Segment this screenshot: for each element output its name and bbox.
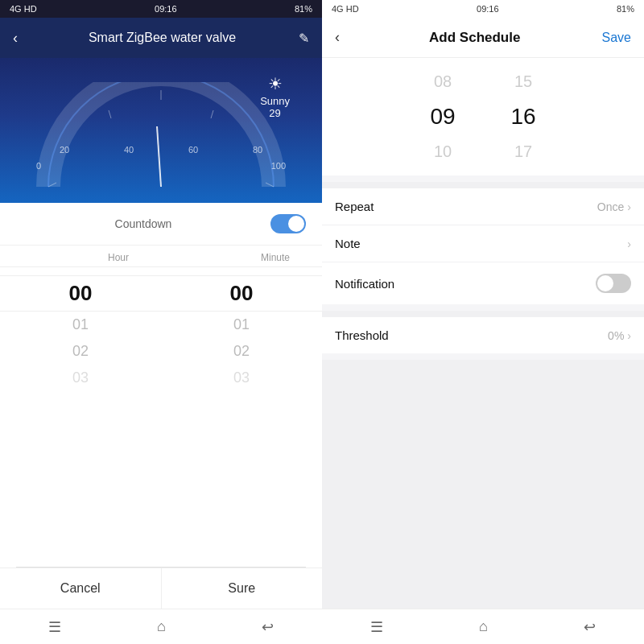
schedule-time-picker: 08 09 10 15 16 17	[322, 58, 644, 175]
schedule-hour-09[interactable]: 09	[411, 97, 475, 136]
countdown-label: Countdown	[16, 217, 270, 230]
note-item[interactable]: Note ›	[322, 225, 644, 262]
repeat-chevron-icon: ›	[627, 200, 631, 213]
minute-00[interactable]: 00	[161, 275, 322, 312]
time-header-row: Hour Minute	[0, 246, 322, 267]
threshold-value: 0%	[608, 329, 624, 342]
countdown-toggle[interactable]	[270, 214, 306, 233]
svg-line-3	[211, 110, 213, 118]
repeat-item[interactable]: Repeat Once ›	[322, 188, 644, 225]
left-edit-button[interactable]: ✎	[299, 31, 309, 46]
note-chevron-icon: ›	[627, 237, 631, 250]
divider-1	[322, 182, 644, 188]
cancel-button[interactable]: Cancel	[0, 568, 162, 609]
minute-col: 00 01 02 03	[161, 275, 322, 559]
right-back-button[interactable]: ‹	[335, 29, 340, 46]
right-nav-back[interactable]: ↩	[584, 618, 596, 636]
gauge-label-40: 40	[124, 145, 134, 155]
notification-toggle[interactable]	[596, 274, 631, 293]
schedule-minute-15[interactable]: 15	[491, 66, 555, 97]
left-signal: 4G HD	[10, 4, 37, 14]
repeat-value: Once	[597, 200, 624, 213]
notification-item: Notification	[322, 262, 644, 304]
time-picker: 00 01 02 03 00 01 02 03	[0, 267, 322, 567]
minute-03[interactable]: 03	[161, 365, 322, 391]
status-bar-right: 4G HD 09:16 81%	[322, 0, 644, 18]
threshold-item[interactable]: Threshold 0% ›	[322, 317, 644, 353]
threshold-section: Threshold 0% ›	[322, 317, 644, 353]
left-nav-home[interactable]: ⌂	[157, 618, 166, 635]
hour-02[interactable]: 02	[0, 338, 161, 365]
gauge-end-100: 100	[271, 161, 286, 171]
right-battery: 81%	[617, 4, 634, 14]
bottom-spacer	[322, 360, 644, 609]
left-top-nav: ‹ Smart ZigBee water valve ✎	[0, 18, 322, 58]
schedule-hour-08[interactable]: 08	[411, 66, 475, 97]
gauge-ends: 0 100	[32, 161, 290, 171]
left-bottom-nav: ☰ ⌂ ↩	[0, 609, 322, 644]
right-nav-home[interactable]: ⌂	[479, 618, 488, 635]
minute-header: Minute	[161, 246, 322, 266]
gauge-svg	[32, 82, 290, 195]
left-time: 09:16	[155, 4, 177, 14]
repeat-label: Repeat	[335, 200, 597, 213]
left-back-button[interactable]: ‹	[13, 30, 18, 47]
minute-02[interactable]: 02	[161, 338, 322, 365]
hour-00[interactable]: 00	[0, 275, 161, 312]
note-label: Note	[335, 237, 627, 250]
save-button[interactable]: Save	[602, 31, 631, 45]
threshold-chevron-icon: ›	[627, 329, 631, 342]
schedule-hour-10[interactable]: 10	[411, 136, 475, 167]
gauge-labels: 20 40 60 80	[32, 145, 290, 155]
hour-col: 00 01 02 03	[0, 275, 161, 559]
left-battery: 81%	[295, 4, 312, 14]
svg-line-1	[109, 110, 111, 118]
right-bottom-nav: ☰ ⌂ ↩	[322, 609, 644, 644]
gauge-label-60: 60	[188, 145, 198, 155]
hour-header: Hour	[0, 246, 161, 266]
schedule-minute-16[interactable]: 16	[491, 97, 555, 136]
hour-01[interactable]: 01	[0, 312, 161, 338]
sure-button[interactable]: Sure	[162, 568, 323, 609]
schedule-hour-col: 08 09 10	[411, 66, 475, 167]
device-visual: ☀ Sunny 29 20 40 60 80	[0, 58, 322, 203]
schedule-title: Add Schedule	[348, 30, 602, 46]
gauge-container: 20 40 60 80 0 100	[32, 82, 290, 195]
right-signal: 4G HD	[332, 4, 359, 14]
left-panel: 4G HD 09:16 81% ‹ Smart ZigBee water val…	[0, 0, 322, 644]
left-nav-back[interactable]: ↩	[262, 618, 274, 636]
svg-line-5	[157, 126, 161, 187]
right-time: 09:16	[477, 4, 499, 14]
schedule-minute-col: 15 16 17	[491, 66, 555, 167]
threshold-label: Threshold	[335, 328, 608, 342]
gauge-label-20: 20	[60, 145, 69, 155]
minute-01[interactable]: 01	[161, 312, 322, 338]
bottom-buttons: Cancel Sure	[0, 568, 322, 609]
status-bar-left: 4G HD 09:16 81%	[0, 0, 322, 18]
countdown-row: Countdown	[0, 203, 322, 246]
schedule-nav: ‹ Add Schedule Save	[322, 18, 644, 58]
gauge-label-80: 80	[253, 145, 262, 155]
hour-03[interactable]: 03	[0, 365, 161, 391]
divider-2	[322, 311, 644, 317]
notification-label: Notification	[335, 277, 596, 291]
right-panel: 4G HD 09:16 81% ‹ Add Schedule Save 08 0…	[322, 0, 644, 644]
gauge-end-0: 0	[36, 161, 41, 171]
right-nav-menu[interactable]: ☰	[370, 618, 383, 636]
left-nav-menu[interactable]: ☰	[48, 618, 61, 636]
schedule-minute-17[interactable]: 17	[491, 136, 555, 167]
schedule-list-section: Repeat Once › Note › Notification	[322, 188, 644, 304]
left-page-title: Smart ZigBee water valve	[26, 31, 299, 45]
